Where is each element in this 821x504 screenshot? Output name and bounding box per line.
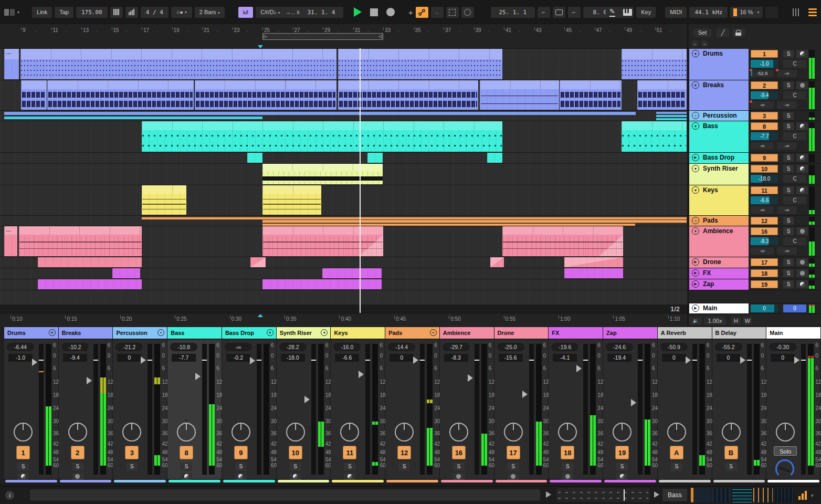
main-pan-field[interactable]: 0 xyxy=(783,304,806,312)
clip-fx[interactable] xyxy=(564,268,623,278)
track-color-box[interactable]: ▼Bass xyxy=(689,121,749,152)
clip-synth-riser[interactable] xyxy=(262,164,383,184)
mixer-tab-ambience[interactable]: Ambience xyxy=(440,327,494,339)
group-icon[interactable]: ≡ xyxy=(692,112,699,119)
send-b-field[interactable]: -∞ xyxy=(777,101,797,109)
pan-field[interactable]: C xyxy=(783,237,806,245)
arm-button[interactable] xyxy=(17,473,29,480)
solo-button[interactable]: S xyxy=(17,463,29,471)
arm-button[interactable] xyxy=(796,227,808,235)
peak-level-display[interactable]: -55.2 xyxy=(715,343,742,351)
lane-bass-drop[interactable] xyxy=(0,153,688,164)
mixer-tab-main[interactable]: Main xyxy=(766,327,821,339)
arm-number-button[interactable]: 3 xyxy=(751,112,778,120)
clip-keys[interactable] xyxy=(262,185,321,215)
fold-icon[interactable]: ▼ xyxy=(692,50,699,57)
arm-number-button[interactable]: 17 xyxy=(507,446,520,459)
volume-fader-handle[interactable] xyxy=(794,356,799,364)
solo-button[interactable]: S xyxy=(783,122,794,130)
window-layout-icon[interactable]: ▾ xyxy=(4,9,19,16)
mixer-strip-drums[interactable]: -6.44-1.06061218243036424854601S xyxy=(4,340,59,479)
track-color-box[interactable]: ▶Main xyxy=(689,303,749,313)
volume-field[interactable]: 0 xyxy=(117,354,141,362)
peak-level-display[interactable]: -21.2 xyxy=(115,343,143,351)
volume-fader-track[interactable] xyxy=(202,344,207,475)
clip-bass-drop[interactable] xyxy=(367,153,383,163)
mixer-panels-toggle-icon[interactable] xyxy=(793,8,799,16)
send-b-field[interactable]: -∞ xyxy=(777,142,797,150)
solo-button[interactable]: S xyxy=(783,50,794,58)
mixer-tab-bass[interactable]: Bass xyxy=(167,327,222,339)
clip-bass[interactable] xyxy=(142,121,502,152)
volume-field[interactable]: -8.3 xyxy=(444,354,468,362)
send-b-field[interactable]: -∞ xyxy=(777,70,797,77)
arm-number-button[interactable]: 17 xyxy=(751,258,778,266)
clip-drone[interactable] xyxy=(38,257,142,267)
send-b-field[interactable]: -∞ xyxy=(777,247,797,255)
arm-number-button[interactable]: 8 xyxy=(751,122,778,130)
key-signature-button[interactable]: ♭♯ xyxy=(238,7,254,18)
group-icon[interactable]: ≡ xyxy=(692,217,699,224)
lane-keys[interactable] xyxy=(0,185,688,216)
arm-number-button[interactable]: 18 xyxy=(751,269,778,277)
arm-number-button[interactable]: 16 xyxy=(751,227,778,235)
solo-button[interactable]: S xyxy=(562,463,573,471)
volume-fader-track[interactable] xyxy=(529,344,534,475)
volume-fader-handle[interactable] xyxy=(32,359,37,366)
track-color-box[interactable]: ▼Keys xyxy=(689,185,749,215)
mixer-strip-keys[interactable]: -16.0-6.660612182430364248546011S xyxy=(331,340,385,479)
clip-drums[interactable] xyxy=(338,49,502,79)
volume-fader-handle[interactable] xyxy=(468,374,473,382)
arm-button[interactable] xyxy=(344,473,355,480)
clip-bass-drop[interactable] xyxy=(487,153,502,163)
volume-field[interactable]: -15.6 xyxy=(499,354,523,362)
mixer-tab-bass-drop[interactable]: Bass Drop▼ xyxy=(222,327,277,339)
arm-button[interactable] xyxy=(72,473,83,480)
mixer-tab-synth-riser[interactable]: Synth Riser▼ xyxy=(277,327,331,339)
history-forward-button[interactable]: → xyxy=(701,40,708,47)
peak-level-display[interactable]: -28.2 xyxy=(279,343,307,351)
set-button[interactable]: Set xyxy=(692,28,712,37)
track-header-drone[interactable]: ▶Drone17S xyxy=(689,257,820,268)
info-icon[interactable]: i xyxy=(5,491,14,500)
peak-level-display[interactable]: -0.30 xyxy=(769,343,796,351)
peak-level-display[interactable]: -10.8 xyxy=(170,343,197,351)
track-header-synth-riser[interactable]: ▼Synth Riser10S-18.0C xyxy=(689,164,820,185)
clip-breaks[interactable] xyxy=(560,80,622,110)
fold-icon[interactable]: ▼ xyxy=(49,329,56,336)
device-thumbnail[interactable] xyxy=(691,488,711,502)
solo-button[interactable]: S xyxy=(725,463,737,471)
main-volume-field[interactable]: 0 xyxy=(751,304,778,312)
fold-icon[interactable]: ▼ xyxy=(267,329,273,336)
arm-number-button[interactable]: 10 xyxy=(289,446,302,459)
track-color-box[interactable]: ▶Drone xyxy=(689,257,749,268)
mixer-tab-percussion[interactable]: Percussion≡ xyxy=(113,327,167,339)
peak-level-display[interactable]: -10.2 xyxy=(61,343,89,351)
mixer-strip-bass[interactable]: -10.8-7.76061218243036424854608S xyxy=(167,340,222,479)
solo-button[interactable]: S xyxy=(126,463,138,471)
link-track-icon[interactable]: ╱ xyxy=(717,28,729,37)
automation-arm-button[interactable] xyxy=(416,7,428,18)
pan-field[interactable]: C xyxy=(783,132,806,140)
pan-knob[interactable] xyxy=(558,423,577,442)
pan-knob[interactable] xyxy=(286,423,305,442)
arm-button[interactable] xyxy=(616,473,628,480)
capture-midi-icon[interactable] xyxy=(461,7,474,18)
clip-ambience[interactable] xyxy=(502,226,623,256)
solo-button[interactable]: S xyxy=(783,217,794,225)
follow-button[interactable]: →‥ xyxy=(284,7,297,18)
peak-level-display[interactable]: -25.0 xyxy=(497,343,524,351)
volume-field[interactable]: -18.0 xyxy=(751,175,778,183)
solo-button[interactable]: S xyxy=(783,280,794,288)
punch-in-icon[interactable]: ⌐ xyxy=(538,7,550,18)
loop-start-field[interactable]: 25. 1. 1 xyxy=(491,7,535,18)
clip-drums[interactable] xyxy=(622,49,687,79)
pan-knob[interactable] xyxy=(395,423,414,442)
time-ruler[interactable]: 0:100:150:200:250:300:350:400:450:500:55… xyxy=(0,313,688,326)
tempo-field[interactable]: 175.00 xyxy=(76,7,108,18)
volume-field[interactable]: -6.6 xyxy=(335,354,359,362)
percussion-sub-strip[interactable] xyxy=(4,117,262,119)
mixer-strip-main[interactable]: -0.300606121824303642485460Solo xyxy=(766,340,821,479)
arm-number-button[interactable]: 1 xyxy=(16,446,30,459)
volume-field[interactable]: 0 xyxy=(771,354,795,362)
